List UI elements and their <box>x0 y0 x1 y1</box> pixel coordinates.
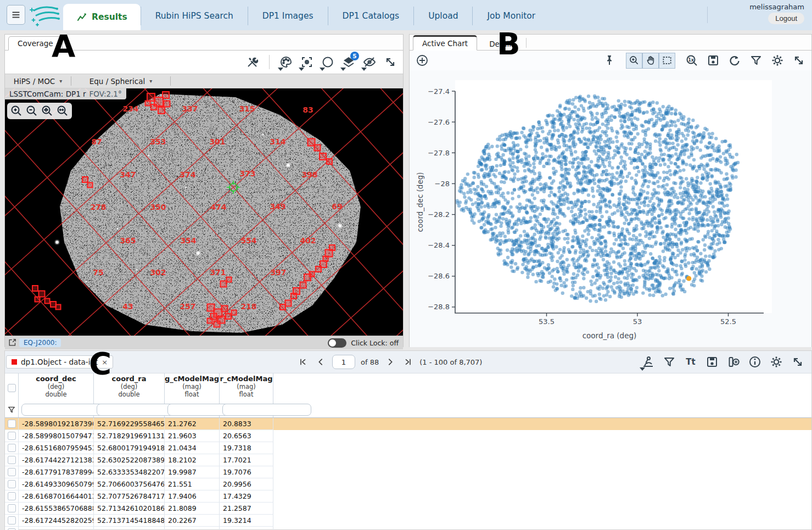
text-options-icon[interactable] <box>682 354 699 370</box>
select-all-checkbox[interactable] <box>8 384 16 392</box>
tools-icon[interactable] <box>244 54 261 70</box>
nav-tab-rubin-hips-search[interactable]: Rubin HiPS Search <box>141 7 248 25</box>
expand-icon[interactable] <box>789 354 806 370</box>
annotation-b: B <box>497 29 520 59</box>
table-row[interactable]: -28.61779178378994452.6333353482207619.9… <box>5 466 811 478</box>
visibility-off-icon[interactable] <box>361 54 378 70</box>
table-row[interactable]: -28.58998015079471652.7182919691131721.9… <box>5 430 811 442</box>
app-tabs: ResultsRubin HiPS SearchDP1 ImagesDP1 Ca… <box>63 0 550 30</box>
nav-tab-dp1-images[interactable]: DP1 Images <box>248 7 328 25</box>
pan-hand-icon[interactable] <box>642 53 659 69</box>
expand-icon[interactable] <box>791 52 807 69</box>
palette-icon[interactable] <box>278 54 294 70</box>
last-page-button[interactable] <box>402 356 414 368</box>
selected-point[interactable] <box>686 276 691 281</box>
row-checkbox[interactable] <box>8 468 16 476</box>
row-checkbox[interactable] <box>8 504 16 512</box>
zoom-in-icon[interactable] <box>9 104 24 118</box>
settings-gear-icon[interactable] <box>768 354 785 370</box>
page-number-input[interactable] <box>332 355 355 369</box>
table-header-bar: dp1.Object - data-int × of 88 (1 - 100 o… <box>5 351 811 373</box>
layer-count-badge: 5 <box>350 52 359 60</box>
nav-tab-job-monitor[interactable]: Job Monitor <box>472 7 550 25</box>
expand-icon[interactable] <box>382 54 399 70</box>
chevron-down-icon: ▾ <box>149 78 152 84</box>
projection-dropdown[interactable]: Equ / Spherical▾ <box>71 77 170 86</box>
annotation-a: A <box>52 31 75 62</box>
zoom-out-icon[interactable] <box>25 104 39 118</box>
table-row[interactable]: -28.61516807959453652.6800179194918821.0… <box>5 442 811 454</box>
svg-text:−27.8: −27.8 <box>428 149 450 157</box>
app-window: ResultsRubin HiPS SearchDP1 ImagesDP1 Ca… <box>0 0 812 530</box>
zoom-1x-icon[interactable] <box>684 52 700 69</box>
tile-number: 353 <box>150 137 166 146</box>
filter-funnel-icon[interactable] <box>748 52 764 69</box>
table-row[interactable]: -28.61687016644013752.70775267847175617.… <box>5 490 811 503</box>
region-circle-icon[interactable] <box>320 54 336 70</box>
nav-tab-results[interactable]: Results <box>63 4 141 30</box>
add-column-icon[interactable] <box>725 354 742 370</box>
row-checkbox[interactable] <box>8 480 16 488</box>
menu-button[interactable] <box>7 5 25 25</box>
svg-text:−27.6: −27.6 <box>428 118 450 126</box>
nav-tab-upload[interactable]: Upload <box>413 7 472 25</box>
row-checkbox[interactable] <box>8 516 16 525</box>
table-row[interactable]: -28.61553865706888552.7134261020186321.8… <box>5 503 811 515</box>
fov-label: FOV:2.1° <box>89 90 122 98</box>
first-page-button[interactable] <box>297 356 309 368</box>
zoom-fill-icon[interactable] <box>55 104 70 118</box>
zoom-in-icon[interactable] <box>626 53 642 69</box>
nav-tab-dp1-catalogs[interactable]: DP1 Catalogs <box>328 7 414 25</box>
table-row[interactable]: -28.61744227121383652.63025220873894518.… <box>5 454 811 466</box>
zoom-fit-icon[interactable] <box>40 104 54 118</box>
tab-active-chart[interactable]: Active Chart <box>413 35 477 51</box>
row-checkbox[interactable] <box>8 492 16 500</box>
data-scope-icon[interactable] <box>640 354 656 370</box>
row-checkbox[interactable] <box>8 432 16 440</box>
logout-button[interactable]: Logout <box>768 13 804 24</box>
rotate-icon[interactable] <box>726 52 743 69</box>
info-icon[interactable] <box>747 354 763 370</box>
box-select-icon[interactable] <box>659 53 675 69</box>
table-row[interactable] <box>5 527 811 530</box>
table-column-headers: coord_dec(deg)doublecoord_ra(deg)doubleg… <box>5 373 811 418</box>
tile-number: 83 <box>303 105 313 114</box>
recenter-icon[interactable] <box>299 54 315 70</box>
column-header-coord_dec[interactable]: coord_dec(deg)double <box>19 373 94 402</box>
external-link-icon[interactable] <box>8 338 17 349</box>
filter-input-r_cModelMag[interactable] <box>222 404 311 416</box>
scatter-chart[interactable]: −27.4−27.6−27.8−28−28.2−28.4−28.6−28.853… <box>410 70 811 347</box>
tile-number: 302 <box>150 268 166 277</box>
prev-page-button[interactable] <box>315 356 327 368</box>
click-lock-toggle[interactable] <box>328 338 346 348</box>
save-icon[interactable] <box>704 354 720 370</box>
svg-text:−28.2: −28.2 <box>428 210 450 219</box>
next-page-button[interactable] <box>384 356 396 368</box>
column-header-r_cModelMag[interactable]: r_cModelMag(mag)float <box>220 373 273 402</box>
table-pager: of 88 (1 - 100 of 8,707) <box>297 351 482 373</box>
table-row[interactable]: -28.6172445282025952.7137145418848720.22… <box>5 515 811 527</box>
settings-gear-icon[interactable] <box>769 52 786 69</box>
svg-text:−28.8: −28.8 <box>428 303 450 311</box>
add-chart-icon[interactable] <box>414 52 430 69</box>
save-icon[interactable] <box>705 52 721 69</box>
row-checkbox[interactable] <box>8 456 16 464</box>
filter-funnel-icon[interactable] <box>7 405 16 414</box>
filter-funnel-icon[interactable] <box>661 354 677 370</box>
layers-icon[interactable]: 5 <box>340 54 357 70</box>
svg-text:−28: −28 <box>435 180 450 188</box>
dropdown-caret-icon <box>640 367 645 371</box>
table-row[interactable]: -28.58980192187390752.7169229558465421.2… <box>5 418 811 430</box>
dropdown-caret-icon <box>361 68 367 71</box>
column-header-g_cModelMag[interactable]: g_cModelMag(mag)float <box>165 373 220 402</box>
sky-coverage-image[interactable]: 2343373158387353301314347374373398278350… <box>5 88 403 336</box>
row-checkbox[interactable] <box>8 420 16 428</box>
tile-number: 234 <box>122 104 138 113</box>
chart-panel: Active ChartDetails −27.4−27.6−27.8−28−2… <box>409 34 812 347</box>
dropdown-caret-icon <box>320 68 325 71</box>
row-checkbox[interactable] <box>8 444 16 452</box>
table-row[interactable]: -28.61493309650799752.7066003756476721.5… <box>5 478 811 490</box>
pin-icon[interactable] <box>601 52 618 69</box>
hips-moc-dropdown[interactable]: HiPS / MOC▾ <box>5 77 71 86</box>
tile-number: 554 <box>240 236 256 245</box>
